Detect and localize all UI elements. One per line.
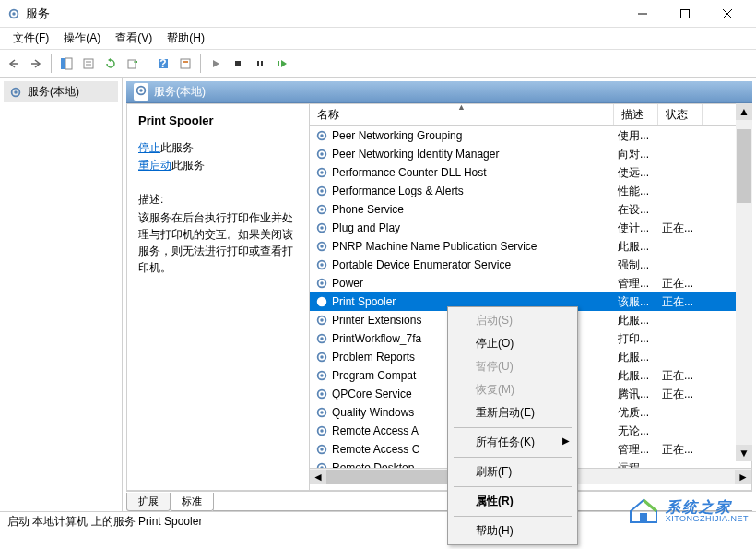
- context-menu-item[interactable]: 所有任务(K)▶: [450, 431, 575, 454]
- service-desc: 优质...: [614, 405, 658, 421]
- gear-icon: [315, 166, 328, 179]
- service-desc: 此服...: [614, 239, 658, 255]
- stop-service-line: 停止此服务: [138, 140, 298, 156]
- panel-header-icon: [134, 83, 148, 101]
- stop-service-button[interactable]: [228, 54, 248, 74]
- context-menu-item: 恢复(M): [450, 378, 575, 401]
- gear-icon: [315, 351, 328, 364]
- maximize-button[interactable]: [664, 1, 706, 27]
- service-desc: 使计...: [614, 221, 658, 236]
- service-status: 正在...: [658, 442, 703, 458]
- tab-extended[interactable]: 扩展: [126, 493, 171, 511]
- svg-point-43: [320, 281, 324, 285]
- service-name: Power: [332, 277, 363, 290]
- gear-icon: [315, 388, 328, 400]
- service-row[interactable]: Plug and Play使计...正在...: [310, 219, 751, 237]
- export-button[interactable]: [123, 54, 143, 74]
- back-button[interactable]: [4, 54, 24, 74]
- svg-point-39: [320, 245, 324, 248]
- properties-button[interactable]: [78, 54, 99, 74]
- svg-point-23: [14, 90, 18, 94]
- col-desc[interactable]: 描述: [614, 104, 658, 125]
- service-name: Quality Windows: [332, 406, 414, 419]
- menu-action[interactable]: 操作(A): [56, 28, 108, 49]
- context-menu-item[interactable]: 帮助(H): [450, 519, 575, 543]
- minimize-button[interactable]: [621, 1, 664, 27]
- menu-separator: [454, 516, 572, 517]
- right-body: Print Spooler 停止此服务 重启动此服务 描述: 该服务在后台执行打…: [126, 103, 752, 491]
- vscroll-track[interactable]: [736, 120, 752, 445]
- gear-icon: [315, 369, 328, 382]
- app-icon: [7, 7, 20, 20]
- service-row[interactable]: Peer Networking Grouping使用...: [310, 126, 751, 145]
- service-status: 正在...: [658, 276, 703, 292]
- service-name: Phone Service: [332, 203, 404, 216]
- stop-service-link[interactable]: 停止: [138, 141, 160, 154]
- gear-icon: [315, 277, 328, 290]
- menu-help[interactable]: 帮助(H): [159, 28, 212, 49]
- gear-icon: [9, 86, 22, 99]
- context-menu-item[interactable]: 刷新(F): [450, 460, 575, 483]
- service-desc: 使远...: [614, 165, 658, 181]
- gear-icon: [315, 221, 328, 234]
- service-name: Performance Counter DLL Host: [332, 166, 487, 179]
- hscroll-left-arrow[interactable]: ◄: [310, 470, 326, 484]
- close-button[interactable]: [706, 1, 749, 27]
- svg-point-29: [320, 152, 324, 156]
- service-row[interactable]: Power管理...正在...: [310, 274, 751, 292]
- col-name[interactable]: ▲名称: [310, 104, 614, 125]
- vscroll-down-arrow[interactable]: ▼: [736, 445, 752, 461]
- svg-rect-13: [128, 60, 136, 68]
- service-name: Remote Desktop: [332, 461, 414, 468]
- service-desc: 管理...: [614, 442, 658, 458]
- restart-service-link[interactable]: 重启动: [138, 159, 171, 172]
- gear-icon: [315, 129, 328, 142]
- vertical-scrollbar[interactable]: ▲ ▼: [736, 103, 752, 461]
- context-menu-item[interactable]: 停止(O): [450, 332, 575, 355]
- context-menu-item[interactable]: 重新启动(E): [450, 401, 575, 424]
- svg-point-45: [320, 300, 324, 304]
- right-content-pane: 服务(本地) Print Spooler 停止此服务 重启动此服务 描述: 该服…: [123, 78, 756, 511]
- col-status[interactable]: 状态: [658, 104, 703, 125]
- help-button[interactable]: ?: [153, 54, 173, 74]
- window-title: 服务: [26, 6, 621, 22]
- nav-services-local[interactable]: 服务(本地): [4, 81, 118, 102]
- svg-point-33: [320, 189, 324, 193]
- service-desc: 打印...: [614, 331, 658, 347]
- svg-point-53: [320, 374, 324, 377]
- service-row[interactable]: Portable Device Enumerator Service强制...: [310, 256, 751, 274]
- service-row[interactable]: PNRP Machine Name Publication Service此服.…: [310, 237, 751, 256]
- vscroll-up-arrow[interactable]: ▲: [736, 103, 752, 120]
- context-menu-item[interactable]: 属性(R): [450, 490, 575, 513]
- refresh-button[interactable]: [100, 54, 121, 74]
- tab-standard[interactable]: 标准: [170, 493, 214, 511]
- service-desc: 远程...: [614, 460, 658, 469]
- house-icon: [627, 496, 660, 527]
- service-name: Remote Access C: [332, 443, 419, 456]
- start-service-button[interactable]: [206, 54, 226, 74]
- status-text: 启动 本地计算机 上的服务 Print Spooler: [7, 514, 202, 530]
- hscroll-right-arrow[interactable]: ►: [735, 470, 751, 484]
- service-row[interactable]: Performance Counter DLL Host使远...: [310, 163, 751, 182]
- menu-file[interactable]: 文件(F): [6, 28, 56, 49]
- service-name: Print Spooler: [332, 295, 396, 308]
- restart-service-button[interactable]: [272, 54, 292, 74]
- service-row[interactable]: Phone Service在设...: [310, 200, 751, 219]
- service-row[interactable]: Performance Logs & Alerts性能...: [310, 182, 751, 200]
- svg-rect-64: [640, 513, 647, 522]
- svg-point-41: [320, 263, 324, 267]
- pause-service-button[interactable]: [250, 54, 270, 74]
- vscroll-thumb[interactable]: [737, 129, 751, 203]
- panel-header-title: 服务(本地): [154, 84, 206, 100]
- show-hide-tree-button[interactable]: [56, 54, 77, 74]
- service-desc: 向对...: [614, 147, 658, 162]
- forward-button[interactable]: [26, 54, 46, 74]
- context-menu[interactable]: 启动(S)停止(O)暂停(U)恢复(M)重新启动(E)所有任务(K)▶刷新(F)…: [447, 306, 578, 545]
- menu-view[interactable]: 查看(V): [108, 28, 159, 49]
- toolbar-extra-button[interactable]: [175, 54, 195, 74]
- svg-point-49: [320, 337, 324, 340]
- svg-point-31: [320, 171, 324, 174]
- service-row[interactable]: Peer Networking Identity Manager向对...: [310, 145, 751, 163]
- svg-rect-3: [681, 9, 690, 18]
- service-desc: 该服...: [614, 294, 658, 310]
